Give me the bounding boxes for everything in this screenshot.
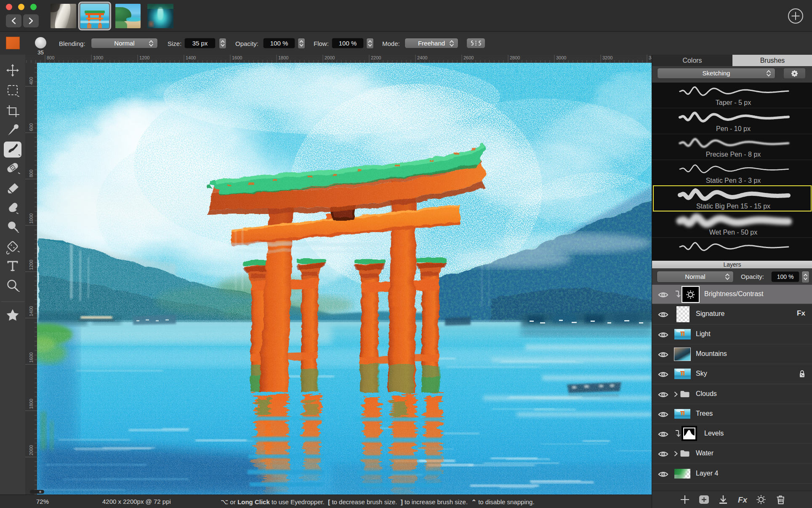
svg-text:3200: 3200 [602,55,612,60]
svg-text:Static Big Pen 15 - 15 px: Static Big Pen 15 - 15 px [696,203,770,210]
svg-text:1200: 1200 [29,260,34,270]
svg-text:Pen - 10 px: Pen - 10 px [716,125,751,132]
svg-text:3400: 3400 [649,55,652,60]
svg-text:2000: 2000 [29,445,34,455]
svg-text:2600: 2600 [463,55,474,60]
svg-text:2000: 2000 [325,55,335,60]
svg-text:1000: 1000 [29,214,34,224]
svg-text:1800: 1800 [29,399,34,409]
svg-text:1400: 1400 [186,55,196,60]
svg-text:Precise Pen - 8 px: Precise Pen - 8 px [706,151,761,158]
svg-text:1000: 1000 [93,55,103,60]
svg-text:400: 400 [29,77,34,85]
svg-text:600: 600 [29,123,34,131]
svg-text:800: 800 [47,55,54,60]
svg-text:2800: 2800 [510,55,520,60]
svg-text:2400: 2400 [417,55,427,60]
svg-text:3000: 3000 [556,55,566,60]
svg-text:Wet Pen - 50 px: Wet Pen - 50 px [709,229,757,236]
svg-text:Fx: Fx [738,495,748,504]
svg-text:1600: 1600 [232,55,242,60]
svg-text:2200: 2200 [371,55,381,60]
svg-text:800: 800 [29,170,34,177]
svg-text:1400: 1400 [29,306,34,316]
svg-text:1600: 1600 [29,353,34,363]
svg-text:Static Pen 3 - 3 px: Static Pen 3 - 3 px [706,177,761,184]
svg-text:Taper - 5 px: Taper - 5 px [716,99,751,106]
svg-text:1200: 1200 [139,55,149,60]
svg-text:1800: 1800 [278,55,288,60]
